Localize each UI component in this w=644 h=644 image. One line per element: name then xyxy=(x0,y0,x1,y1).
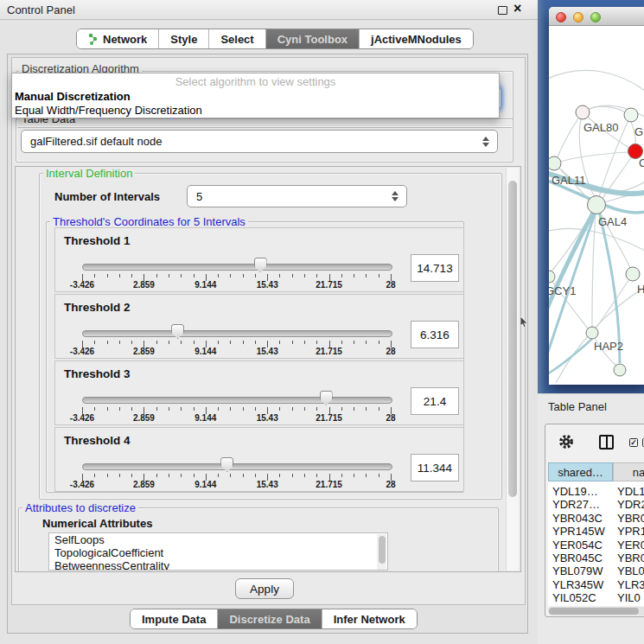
minimize-traffic-light-icon[interactable] xyxy=(573,12,583,22)
network-node-gal80[interactable] xyxy=(576,105,590,119)
tab-label-network: Network xyxy=(103,33,147,46)
table-cell[interactable]: YPR1 xyxy=(617,525,644,538)
zoom-traffic-light-icon[interactable] xyxy=(590,12,601,22)
table-cell[interactable]: YER0 xyxy=(617,539,644,552)
table-cell[interactable]: YBL079W xyxy=(552,564,617,577)
tab-network[interactable]: Network xyxy=(77,29,158,48)
table-cell[interactable]: YBR043C xyxy=(552,512,617,525)
column-header-shared[interactable]: shared… xyxy=(548,462,613,481)
network-node-hap2[interactable] xyxy=(586,327,598,339)
threshold-slider-track[interactable] xyxy=(82,264,392,271)
table-cell[interactable]: YDL1 xyxy=(617,485,644,498)
tab-style[interactable]: Style xyxy=(158,29,208,48)
attribute-item-betweennesscentrality[interactable]: BetweennessCentrality xyxy=(49,559,387,571)
threshold-value-field[interactable]: 11.344 xyxy=(411,454,459,481)
table-cell[interactable]: YPR145W xyxy=(552,525,617,538)
network-node-gal4[interactable] xyxy=(588,196,606,214)
network-node-gal11[interactable] xyxy=(549,156,561,170)
network-node-h[interactable] xyxy=(626,267,640,281)
table-data-combo[interactable]: galFiltered.sif default node xyxy=(21,130,498,153)
dropdown-option-manual[interactable]: Manual Discretization xyxy=(15,90,131,103)
close-icon[interactable]: × xyxy=(513,1,521,16)
network-node-gcy1[interactable] xyxy=(549,271,555,283)
threshold-rows: Threshold 1-3.4262.8599.14415.4321.71528… xyxy=(50,227,469,492)
threshold-slider-track[interactable] xyxy=(82,397,392,404)
bottom-tab-discretize-data[interactable]: Discretize Data xyxy=(217,609,321,628)
attribute-item-topologicalcoefficient[interactable]: TopologicalCoefficient xyxy=(49,546,387,559)
scale-label: 2.859 xyxy=(133,347,155,356)
table-panel: Table Panel ✓ ✓ shared…naYDL19…YDL1YDR27… xyxy=(538,393,644,644)
tab-label-select: Select xyxy=(220,33,253,46)
attribute-item-selfloops[interactable]: SelfLoops xyxy=(49,533,387,546)
column-header-na[interactable]: na xyxy=(613,462,644,481)
table-cell[interactable]: YBL0 xyxy=(617,564,644,577)
network-canvas[interactable]: GAL80GCGAL11GAL4GCY1HHAP2 xyxy=(549,26,644,385)
attr-list-scrollbar[interactable] xyxy=(377,534,386,571)
settings-scrollbar-thumb[interactable] xyxy=(508,181,517,497)
table-panel-title: Table Panel xyxy=(548,400,607,413)
threshold-row-2: Threshold 2-3.4262.8599.14415.4321.71528… xyxy=(54,294,464,359)
tab-select[interactable]: Select xyxy=(208,29,265,48)
settings-scrollbar-track[interactable] xyxy=(506,168,519,571)
float-window-icon[interactable] xyxy=(498,6,507,15)
threshold-value-field[interactable]: 14.713 xyxy=(411,254,459,282)
threshold-value-field[interactable]: 6.316 xyxy=(411,321,459,348)
checkbox-icon[interactable]: ✓ xyxy=(629,438,638,447)
scale-label: 2.859 xyxy=(133,480,155,489)
screen: Control Panel × NetworkStyleSelectCyni T… xyxy=(0,0,644,644)
node-label-h: H xyxy=(637,283,644,296)
table-cell[interactable]: YIL0 xyxy=(617,591,644,604)
slider-scale-labels: -3.4262.8599.14415.4321.71528 xyxy=(55,347,463,357)
bottom-tab-impute-data[interactable]: Impute Data xyxy=(131,609,217,628)
table-cell[interactable]: YBR0 xyxy=(617,512,644,525)
settings-scrollpanel: Interval Definition Number of Intervals … xyxy=(15,166,521,572)
network-node[interactable] xyxy=(614,364,626,376)
num-intervals-label: Number of Intervals xyxy=(54,190,160,203)
tab-cyni-toolbox[interactable]: Cyni Toolbox xyxy=(265,29,359,48)
scale-label: 21.715 xyxy=(316,280,342,290)
scale-label: 21.715 xyxy=(316,347,342,356)
table-cell[interactable]: YLR345W xyxy=(552,578,617,591)
slider-scale-labels: -3.4262.8599.14415.4321.71528 xyxy=(55,280,463,290)
tab-jactivemnodules[interactable]: jActiveMNodules xyxy=(359,29,473,48)
network-node-g[interactable] xyxy=(624,108,638,122)
bottom-tab-infer-network[interactable]: Infer Network xyxy=(322,609,417,628)
table-hscrollbar[interactable] xyxy=(548,607,644,615)
table-cell[interactable]: YBR0 xyxy=(617,552,644,564)
scale-label: -3.426 xyxy=(70,347,94,356)
control-panel-title: Control Panel xyxy=(7,3,75,16)
apply-button[interactable]: Apply xyxy=(235,578,294,599)
numerical-attributes-label: Numerical Attributes xyxy=(42,517,152,530)
num-intervals-combo[interactable]: 5 xyxy=(187,185,407,207)
scale-label: -3.426 xyxy=(70,280,94,290)
threshold-slider-track[interactable] xyxy=(82,330,392,337)
scale-label: 28 xyxy=(386,413,395,423)
scale-label: 15.43 xyxy=(257,480,278,489)
table-cell[interactable]: YBR045C xyxy=(552,552,617,564)
bottom-tab-label-infer-network: Infer Network xyxy=(334,613,405,626)
scale-label: 9.144 xyxy=(194,480,216,489)
table-cell[interactable]: YDR2 xyxy=(617,498,644,511)
network-view[interactable]: GAL80GCGAL11GAL4GCY1HHAP2 xyxy=(549,26,644,385)
threshold-label: Threshold 4 xyxy=(64,434,131,447)
scale-label: 15.43 xyxy=(257,280,278,290)
threshold-value-field[interactable]: 21.4 xyxy=(411,387,459,415)
table-cell[interactable]: YDR27… xyxy=(552,498,617,511)
threshold-slider-track[interactable] xyxy=(82,463,392,470)
numerical-attributes-list[interactable]: SelfLoopsTopologicalCoefficientBetweenne… xyxy=(48,532,388,571)
table-cell[interactable]: YDL19… xyxy=(552,485,617,498)
gear-icon[interactable] xyxy=(558,433,575,450)
columns-icon[interactable] xyxy=(599,435,614,450)
table-cell[interactable]: YER054C xyxy=(552,539,617,552)
table-cell[interactable]: YLR3 xyxy=(617,578,644,591)
node-label-hap2: HAP2 xyxy=(594,340,623,353)
apply-button-label: Apply xyxy=(250,583,279,596)
dropdown-option-equal-width[interactable]: Equal Width/Frequency Discretization xyxy=(15,104,202,117)
control-panel-titlebar: Control Panel × xyxy=(0,0,538,20)
table-cell[interactable]: YIL052C xyxy=(552,591,617,604)
scale-label: 2.859 xyxy=(133,413,155,423)
close-traffic-light-icon[interactable] xyxy=(556,12,566,22)
combo-arrows-icon xyxy=(481,137,489,147)
node-table[interactable]: shared…naYDL19…YDL1YDR27…YDR2YBR043CYBR0… xyxy=(548,462,644,606)
mouse-cursor xyxy=(520,316,528,328)
